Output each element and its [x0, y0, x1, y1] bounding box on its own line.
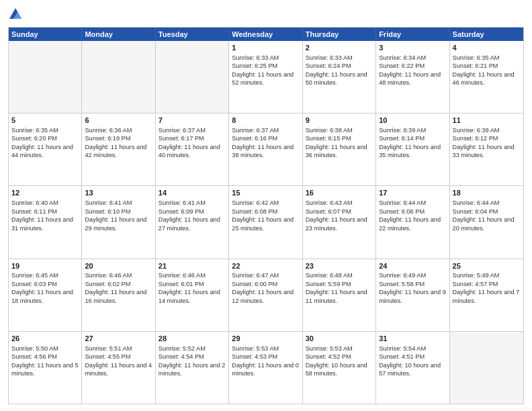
day-number: 24 — [379, 261, 446, 271]
day-number: 17 — [379, 188, 446, 198]
calendar-cell: 5Sunrise: 6:35 AMSunset: 6:20 PMDaylight… — [9, 113, 82, 185]
day-info: Sunrise: 5:52 AMSunset: 4:54 PMDaylight:… — [159, 345, 226, 377]
day-number: 20 — [85, 261, 152, 271]
calendar-cell: 8Sunrise: 6:37 AMSunset: 6:16 PMDaylight… — [229, 113, 302, 185]
header-day-thursday: Thursday — [303, 28, 376, 41]
calendar-cell: 9Sunrise: 6:38 AMSunset: 6:15 PMDaylight… — [303, 113, 376, 185]
day-number: 1 — [232, 43, 299, 53]
calendar-cell: 27Sunrise: 5:51 AMSunset: 4:55 PMDayligh… — [82, 332, 155, 404]
calendar-cell: 3Sunrise: 6:34 AMSunset: 6:22 PMDaylight… — [376, 41, 449, 113]
calendar-cell: 26Sunrise: 5:50 AMSunset: 4:56 PMDayligh… — [9, 332, 82, 404]
day-number: 19 — [11, 261, 79, 271]
calendar-cell: 24Sunrise: 6:49 AMSunset: 5:58 PMDayligh… — [376, 259, 449, 331]
calendar-cell — [82, 41, 155, 113]
calendar-cell: 25Sunrise: 5:49 AMSunset: 4:57 PMDayligh… — [450, 259, 523, 331]
day-number: 13 — [85, 188, 152, 198]
calendar-header: SundayMondayTuesdayWednesdayThursdayFrid… — [9, 28, 523, 41]
logo-icon — [8, 7, 23, 21]
day-info: Sunrise: 6:49 AMSunset: 5:58 PMDaylight:… — [379, 272, 446, 304]
calendar-cell: 7Sunrise: 6:37 AMSunset: 6:17 PMDaylight… — [156, 113, 229, 185]
calendar-row-1: 1Sunrise: 6:33 AMSunset: 6:25 PMDaylight… — [9, 41, 523, 113]
day-info: Sunrise: 6:39 AMSunset: 6:12 PMDaylight:… — [453, 127, 515, 158]
day-info: Sunrise: 5:54 AMSunset: 4:51 PMDaylight:… — [379, 345, 441, 377]
day-number: 5 — [11, 116, 79, 126]
header-day-friday: Friday — [376, 28, 449, 41]
day-info: Sunrise: 6:44 AMSunset: 6:04 PMDaylight:… — [453, 199, 515, 231]
logo — [8, 7, 24, 21]
calendar-cell — [9, 41, 82, 113]
day-info: Sunrise: 6:44 AMSunset: 6:06 PMDaylight:… — [379, 199, 441, 231]
calendar-cell — [450, 332, 523, 404]
calendar-cell: 12Sunrise: 6:40 AMSunset: 6:11 PMDayligh… — [9, 186, 82, 258]
header-day-tuesday: Tuesday — [156, 28, 229, 41]
day-number: 30 — [306, 334, 373, 344]
calendar-cell: 13Sunrise: 6:41 AMSunset: 6:10 PMDayligh… — [82, 186, 155, 258]
day-info: Sunrise: 6:39 AMSunset: 6:14 PMDaylight:… — [379, 127, 441, 158]
day-number: 25 — [453, 261, 521, 271]
day-number: 26 — [11, 334, 79, 344]
day-number: 10 — [379, 116, 446, 126]
day-info: Sunrise: 6:35 AMSunset: 6:21 PMDaylight:… — [453, 54, 515, 86]
page: SundayMondayTuesdayWednesdayThursdayFrid… — [0, 0, 532, 411]
day-number: 16 — [306, 188, 373, 198]
day-info: Sunrise: 5:49 AMSunset: 4:57 PMDaylight:… — [453, 272, 520, 304]
day-info: Sunrise: 5:51 AMSunset: 4:55 PMDaylight:… — [85, 345, 152, 377]
day-info: Sunrise: 5:53 AMSunset: 4:52 PMDaylight:… — [306, 345, 367, 377]
day-info: Sunrise: 6:43 AMSunset: 6:07 PMDaylight:… — [306, 199, 367, 231]
day-number: 21 — [159, 261, 226, 271]
day-info: Sunrise: 6:37 AMSunset: 6:17 PMDaylight:… — [159, 127, 220, 158]
day-number: 7 — [159, 116, 226, 126]
calendar-row-2: 5Sunrise: 6:35 AMSunset: 6:20 PMDaylight… — [9, 113, 523, 185]
calendar-cell: 1Sunrise: 6:33 AMSunset: 6:25 PMDaylight… — [229, 41, 302, 113]
day-number: 28 — [159, 334, 226, 344]
day-info: Sunrise: 6:33 AMSunset: 6:24 PMDaylight:… — [306, 54, 367, 86]
calendar-cell: 28Sunrise: 5:52 AMSunset: 4:54 PMDayligh… — [156, 332, 229, 404]
day-number: 2 — [306, 43, 373, 53]
day-number: 3 — [379, 43, 446, 53]
calendar-body: 1Sunrise: 6:33 AMSunset: 6:25 PMDaylight… — [9, 41, 523, 404]
day-number: 12 — [11, 188, 79, 198]
calendar-cell: 18Sunrise: 6:44 AMSunset: 6:04 PMDayligh… — [450, 186, 523, 258]
day-number: 22 — [232, 261, 299, 271]
day-number: 31 — [379, 334, 446, 344]
day-info: Sunrise: 5:53 AMSunset: 4:53 PMDaylight:… — [232, 345, 299, 377]
day-info: Sunrise: 6:35 AMSunset: 6:20 PMDaylight:… — [11, 127, 73, 158]
day-number: 9 — [306, 116, 373, 126]
header-day-sunday: Sunday — [9, 28, 82, 41]
day-info: Sunrise: 6:46 AMSunset: 6:01 PMDaylight:… — [159, 272, 220, 304]
day-info: Sunrise: 6:47 AMSunset: 6:00 PMDaylight:… — [232, 272, 294, 304]
day-info: Sunrise: 6:34 AMSunset: 6:22 PMDaylight:… — [379, 54, 441, 86]
calendar: SundayMondayTuesdayWednesdayThursdayFrid… — [8, 27, 524, 404]
day-number: 15 — [232, 188, 299, 198]
calendar-cell: 29Sunrise: 5:53 AMSunset: 4:53 PMDayligh… — [229, 332, 302, 404]
calendar-cell: 16Sunrise: 6:43 AMSunset: 6:07 PMDayligh… — [303, 186, 376, 258]
calendar-cell: 19Sunrise: 6:45 AMSunset: 6:03 PMDayligh… — [9, 259, 82, 331]
calendar-row-5: 26Sunrise: 5:50 AMSunset: 4:56 PMDayligh… — [9, 331, 523, 404]
header-day-wednesday: Wednesday — [229, 28, 302, 41]
calendar-cell: 31Sunrise: 5:54 AMSunset: 4:51 PMDayligh… — [376, 332, 449, 404]
day-number: 27 — [85, 334, 152, 344]
calendar-cell: 15Sunrise: 6:42 AMSunset: 6:08 PMDayligh… — [229, 186, 302, 258]
header-day-saturday: Saturday — [450, 28, 523, 41]
calendar-cell: 30Sunrise: 5:53 AMSunset: 4:52 PMDayligh… — [303, 332, 376, 404]
day-info: Sunrise: 6:33 AMSunset: 6:25 PMDaylight:… — [232, 54, 294, 86]
calendar-cell: 11Sunrise: 6:39 AMSunset: 6:12 PMDayligh… — [450, 113, 523, 185]
day-info: Sunrise: 6:38 AMSunset: 6:15 PMDaylight:… — [306, 127, 367, 158]
calendar-cell: 10Sunrise: 6:39 AMSunset: 6:14 PMDayligh… — [376, 113, 449, 185]
calendar-row-3: 12Sunrise: 6:40 AMSunset: 6:11 PMDayligh… — [9, 185, 523, 258]
day-number: 29 — [232, 334, 299, 344]
day-info: Sunrise: 6:37 AMSunset: 6:16 PMDaylight:… — [232, 127, 294, 158]
calendar-cell: 23Sunrise: 6:48 AMSunset: 5:59 PMDayligh… — [303, 259, 376, 331]
calendar-cell: 4Sunrise: 6:35 AMSunset: 6:21 PMDaylight… — [450, 41, 523, 113]
day-number: 11 — [453, 116, 521, 126]
day-info: Sunrise: 6:41 AMSunset: 6:10 PMDaylight:… — [85, 199, 146, 231]
day-info: Sunrise: 5:50 AMSunset: 4:56 PMDaylight:… — [11, 345, 79, 377]
day-info: Sunrise: 6:45 AMSunset: 6:03 PMDaylight:… — [11, 272, 73, 304]
day-info: Sunrise: 6:48 AMSunset: 5:59 PMDaylight:… — [306, 272, 367, 304]
day-info: Sunrise: 6:41 AMSunset: 6:09 PMDaylight:… — [159, 199, 220, 231]
calendar-cell: 2Sunrise: 6:33 AMSunset: 6:24 PMDaylight… — [303, 41, 376, 113]
calendar-cell: 14Sunrise: 6:41 AMSunset: 6:09 PMDayligh… — [156, 186, 229, 258]
day-number: 14 — [159, 188, 226, 198]
calendar-cell: 20Sunrise: 6:46 AMSunset: 6:02 PMDayligh… — [82, 259, 155, 331]
day-info: Sunrise: 6:42 AMSunset: 6:08 PMDaylight:… — [232, 199, 294, 231]
